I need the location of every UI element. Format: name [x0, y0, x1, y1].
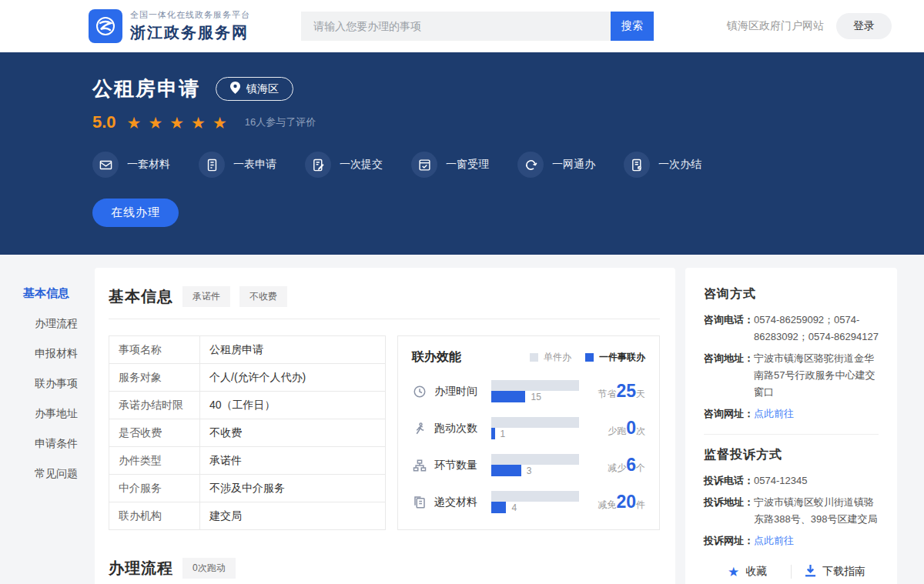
bar-single: [491, 380, 579, 391]
table-row: 是否收费不收费: [109, 419, 386, 447]
complaint-phone-row: 投诉电话： 0574-12345: [704, 472, 879, 489]
login-button[interactable]: 登录: [836, 13, 892, 39]
district-badge[interactable]: 镇海区: [216, 77, 293, 101]
nodes-icon: [412, 459, 427, 472]
tag-zero-trips: 0次跑动: [182, 558, 236, 579]
download-icon: [805, 565, 816, 579]
complaint-website-row: 投诉网址： 点此前往: [704, 532, 879, 549]
tag-promise-item: 承诺件: [182, 286, 230, 307]
feature-list: 一套材料 一表申请 一次提交 一窗受理 一网通办: [92, 152, 893, 178]
chart-row-time: 办理时间 15 节省25天: [412, 380, 645, 402]
chart-row-materials: 递交材料 4 减免20件: [412, 491, 645, 513]
envelope-icon: [92, 152, 119, 178]
tag-no-fee: 不收费: [239, 286, 287, 307]
search-input[interactable]: [301, 12, 611, 41]
nav-item-faq[interactable]: 常见问题: [23, 467, 85, 481]
document-pen-icon: [305, 152, 331, 178]
feature-one-window: 一窗受理: [411, 152, 489, 178]
bar-joint: [491, 502, 506, 513]
legend-swatch-joint: [585, 353, 594, 362]
document-seal-icon: [624, 152, 650, 178]
window-check-icon: [411, 152, 437, 178]
basic-info-title: 基本信息: [109, 286, 173, 307]
complaint-title: 监督投诉方式: [704, 447, 879, 463]
bar-joint: [491, 428, 495, 439]
feature-one-set-materials: 一套材料: [92, 152, 170, 178]
joint-efficiency-panel: 联办效能 单件办 一件事联办 办理时间 15: [397, 335, 660, 530]
contact-address-row: 咨询地址： 宁波市镇海区骆驼街道金华南路57号行政服务中心建交窗口: [704, 350, 879, 401]
bar-joint: [491, 391, 525, 402]
table-row: 联办机构建交局: [109, 502, 386, 530]
logo-mark-icon: [89, 9, 122, 43]
rating-stars-icon: ★★★★★: [127, 115, 234, 131]
nav-item-joint-items[interactable]: 联办事项: [23, 377, 85, 391]
bar-joint: [491, 465, 521, 476]
rating-score: 5.0: [92, 112, 116, 132]
process-section: 办理流程 0次跑动: [109, 558, 660, 584]
table-row: 事项名称公租房申请: [109, 336, 386, 364]
basic-info-table: 事项名称公租房申请 服务对象个人/(允许个人代办) 承诺办结时限40（工作日） …: [109, 335, 386, 530]
rating-count: 16人参与了评价: [245, 115, 316, 129]
bar-single: [491, 491, 579, 502]
clock-icon: [412, 385, 427, 399]
chart-legend: 单件办 一件事联办: [530, 351, 645, 364]
bar-single: [491, 417, 579, 428]
document-icon: [412, 496, 427, 509]
contact-card: 咨询方式 咨询电话： 0574-86259092；0574-86283092；0…: [685, 268, 897, 584]
section-nav: 基本信息 办理流程 申报材料 联办事项 办事地址 申请条件 常见问题: [23, 268, 85, 497]
logo-site-name: 浙江政务服务网: [130, 22, 250, 43]
joint-efficiency-title: 联办效能: [412, 349, 461, 365]
portal-link[interactable]: 镇海区政府门户网站: [727, 19, 824, 33]
complaint-address-row: 投诉地址： 宁波市镇海区蛟川街道镇骆东路388号、398号区建交局: [704, 494, 879, 528]
basic-info-card: 基本信息 承诺件 不收费 事项名称公租房申请 服务对象个人/(允许个人代办) 承…: [95, 268, 675, 584]
bar-single: [491, 454, 579, 465]
table-row: 服务对象个人/(允许个人代办): [109, 364, 386, 392]
benefit-materials: 减免20件: [579, 492, 645, 512]
complaint-website-link[interactable]: 点此前往: [754, 532, 794, 549]
star-icon: ★: [728, 566, 739, 579]
form-icon: [199, 152, 225, 178]
nav-item-address[interactable]: 办事地址: [23, 407, 85, 421]
feature-one-completion: 一次办结: [624, 152, 701, 178]
contact-website-link[interactable]: 点此前往: [754, 405, 794, 422]
favorite-button[interactable]: ★ 收藏: [704, 565, 791, 579]
legend-swatch-single: [530, 353, 538, 362]
table-row: 中介服务不涉及中介服务: [109, 475, 386, 502]
table-row: 承诺办结时限40（工作日）: [109, 392, 386, 419]
rating-row: 5.0 ★★★★★ 16人参与了评价: [92, 112, 893, 132]
nav-item-conditions[interactable]: 申请条件: [23, 437, 85, 451]
runner-icon: [412, 422, 427, 435]
chart-row-steps: 环节数量 3 减少6个: [412, 454, 645, 476]
feature-one-submit: 一次提交: [305, 152, 383, 178]
top-header: 全国一体化在线政务服务平台 浙江政务服务网 搜索 镇海区政府门户网站 登录: [0, 0, 924, 52]
page-title: 公租房申请: [92, 75, 200, 102]
online-apply-button[interactable]: 在线办理: [92, 199, 179, 227]
download-guide-button[interactable]: 下载指南: [792, 565, 879, 579]
contact-website-row: 咨询网址： 点此前往: [704, 405, 879, 422]
hero-banner: 公租房申请 镇海区 5.0 ★★★★★ 16人参与了评价 一套材料 一表申请: [0, 52, 924, 255]
search-button[interactable]: 搜索: [611, 12, 654, 41]
benefit-trips: 少跑0次: [579, 418, 645, 439]
cycle-arrows-icon: [517, 152, 544, 178]
location-pin-icon: [230, 82, 240, 96]
district-badge-label: 镇海区: [246, 82, 279, 96]
search-bar: 搜索: [301, 12, 654, 41]
nav-item-basic-info[interactable]: 基本信息: [23, 286, 85, 301]
benefit-time: 节省25天: [579, 381, 645, 402]
contact-title: 咨询方式: [704, 286, 879, 302]
feature-one-network: 一网通办: [517, 152, 595, 178]
table-row: 办件类型承诺件: [109, 447, 386, 475]
contact-phone-row: 咨询电话： 0574-86259092；0574-86283092；0574-8…: [704, 312, 879, 345]
logo-platform-text: 全国一体化在线政务服务平台: [130, 9, 250, 21]
nav-item-materials[interactable]: 申报材料: [23, 347, 85, 361]
site-logo[interactable]: 全国一体化在线政务服务平台 浙江政务服务网: [89, 9, 250, 43]
process-title: 办理流程: [109, 558, 173, 579]
chart-row-trips: 跑动次数 1 少跑0次: [412, 417, 645, 439]
benefit-steps: 减少6个: [579, 455, 645, 476]
feature-one-form: 一表申请: [199, 152, 276, 178]
nav-item-process[interactable]: 办理流程: [23, 317, 85, 331]
